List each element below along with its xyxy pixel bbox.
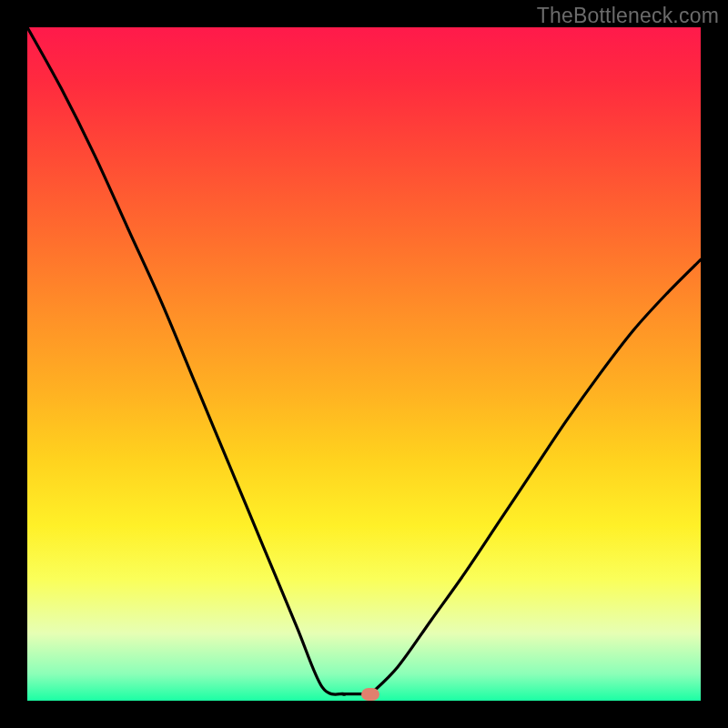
curve-svg bbox=[27, 27, 701, 701]
plot-area bbox=[27, 27, 701, 701]
chart-frame: TheBottleneck.com bbox=[0, 0, 728, 728]
min-marker bbox=[361, 688, 379, 701]
bottleneck-curve bbox=[27, 27, 701, 696]
watermark-text: TheBottleneck.com bbox=[537, 4, 719, 28]
